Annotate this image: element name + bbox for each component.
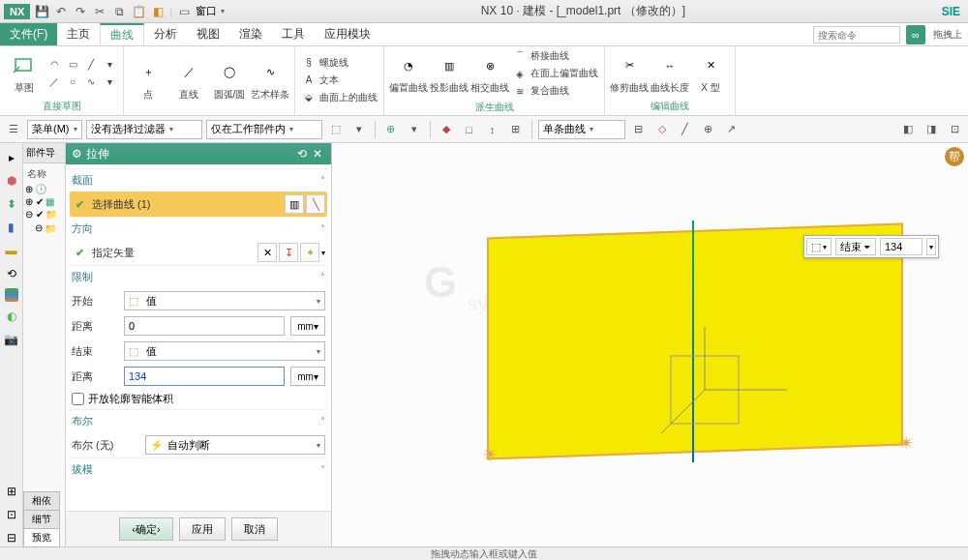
tb-icon-r2[interactable]: ◨ xyxy=(922,120,941,139)
dialog-reset-icon[interactable]: ⟲ xyxy=(294,146,310,162)
section-section[interactable]: 截面˄ xyxy=(70,168,327,192)
section-direction[interactable]: 方向˄ xyxy=(70,217,327,240)
float-icon-combo[interactable]: ⬚▾ xyxy=(806,238,832,255)
save-icon[interactable]: 💾 xyxy=(34,4,49,19)
sketch-section-icon[interactable]: ▥ xyxy=(285,194,304,214)
undo-icon[interactable]: ↶ xyxy=(53,4,69,19)
shape-arc-row[interactable]: ◠▭╱▾ xyxy=(46,57,117,73)
menu-home[interactable]: 主页 xyxy=(57,23,100,45)
open-profile-checkbox[interactable] xyxy=(72,393,84,405)
vtb-folder-icon[interactable]: ▬ xyxy=(3,242,20,259)
vtb-m3-icon[interactable]: ⊟ xyxy=(3,529,20,546)
unit-combo[interactable]: mm ▾ xyxy=(290,367,325,386)
trim-curve-button[interactable]: ✂修剪曲线 xyxy=(611,52,648,95)
spline-button[interactable]: ∿艺术样条 xyxy=(252,59,288,102)
copy-icon[interactable]: ⧉ xyxy=(111,4,127,19)
redo-icon[interactable]: ↷ xyxy=(73,4,88,19)
curve-on-surface-button[interactable]: ⬙曲面上的曲线 xyxy=(301,90,378,105)
menu-view[interactable]: 视图 xyxy=(187,23,229,45)
vtb-gauge-icon[interactable]: ◐ xyxy=(3,308,20,325)
tb-icon-3[interactable]: ⊕ xyxy=(381,120,401,139)
paste-icon[interactable]: 📋 xyxy=(131,4,146,19)
vector-infer-icon[interactable]: ✦ xyxy=(300,243,319,262)
tb-icon-7[interactable]: ↕ xyxy=(483,120,502,139)
section-boolean[interactable]: 布尔˄ xyxy=(70,409,327,432)
pn-history-row[interactable]: ⊕ 🕓 xyxy=(25,183,63,195)
tb-icon-2[interactable]: ▾ xyxy=(349,120,369,139)
vtb-tree-icon[interactable]: ⬍ xyxy=(3,195,20,213)
pn-model-row[interactable]: ⊖ 📁 xyxy=(25,221,63,236)
selection-scope-combo[interactable]: 仅在工作部件内▾ xyxy=(206,120,322,139)
tab-preview[interactable]: 预览 xyxy=(23,528,60,547)
handle-end-icon[interactable]: ✴ xyxy=(898,431,915,455)
bridge-curve-button[interactable]: ⌒桥接曲线 xyxy=(512,48,598,64)
dynamic-input-box[interactable]: ⬚▾ 结束 ⏷ ▾ xyxy=(803,235,939,258)
line-button[interactable]: ／直线 xyxy=(170,59,207,102)
selection-filter-combo[interactable]: 没有选择过滤器▾ xyxy=(86,120,202,139)
boolean-combo[interactable]: ⚡自动判断▾ xyxy=(145,435,325,455)
arc-button[interactable]: ◯圆弧/圆 xyxy=(211,59,248,102)
command-search-button[interactable]: ∞ xyxy=(906,25,925,44)
text-button[interactable]: A文本 xyxy=(301,73,378,88)
help-badge-icon[interactable]: 帮 xyxy=(945,147,964,166)
float-label-combo[interactable]: 结束 ⏷ xyxy=(835,238,876,255)
viewport[interactable]: 帮 G 网 system.com ✴ ✴ ⬚▾ 结束 ⏷ ▾ xyxy=(332,143,968,546)
tb-icon-12[interactable]: ⊕ xyxy=(699,120,718,139)
window-label[interactable]: 窗口 xyxy=(196,4,217,18)
end-type-combo[interactable]: ⬚值▾ xyxy=(124,341,325,361)
section-limit[interactable]: 限制˄ xyxy=(70,265,327,288)
handle-start-icon[interactable]: ✴ xyxy=(482,443,499,466)
sketch-button[interactable]: 草图 xyxy=(6,52,43,95)
float-drop[interactable]: ▾ xyxy=(926,238,936,255)
menu-analyze[interactable]: 分析 xyxy=(144,23,187,45)
offset-curve-button[interactable]: ◔偏置曲线 xyxy=(390,52,427,95)
apply-button[interactable]: 应用 xyxy=(179,517,226,541)
curve-length-button[interactable]: ↔曲线长度 xyxy=(651,52,688,95)
vtb-nav-icon[interactable]: ⬢ xyxy=(3,172,20,190)
float-value-input[interactable] xyxy=(880,238,923,255)
menu-appmodule[interactable]: 应用模块 xyxy=(315,23,380,45)
tb-icon-5[interactable]: ◆ xyxy=(437,120,456,139)
shape-line-row[interactable]: ／○∿▾ xyxy=(46,74,117,90)
select-curve-row[interactable]: ✔ 选择曲线 (1) ▥ ╲ xyxy=(70,192,327,217)
vtb-bookmark-icon[interactable]: ▮ xyxy=(3,219,20,236)
tb-icon-9[interactable]: ⊟ xyxy=(629,120,649,139)
section-draft[interactable]: 拔模˅ xyxy=(70,457,327,481)
menu-dropdown[interactable]: 菜单(M)▾ xyxy=(27,120,82,139)
vtb-cam-icon[interactable]: 📷 xyxy=(3,331,20,348)
composite-curve-button[interactable]: ≋复合曲线 xyxy=(512,83,598,99)
tb-icon-11[interactable]: ╱ xyxy=(676,120,695,139)
curve-rule-combo[interactable]: 单条曲线▾ xyxy=(538,120,625,139)
tb-icon-1[interactable]: ⬚ xyxy=(326,120,346,139)
curve-picker-icon[interactable]: ╲ xyxy=(306,194,325,214)
tb-icon-10[interactable]: ◇ xyxy=(652,120,672,139)
tb-icon-4[interactable]: ▾ xyxy=(405,120,424,139)
start-type-combo[interactable]: ⬚值▾ xyxy=(124,291,325,310)
unit-combo[interactable]: mm ▾ xyxy=(290,316,325,336)
menu-tool[interactable]: 工具 xyxy=(272,23,315,45)
menu-file[interactable]: 文件(F) xyxy=(0,23,57,45)
xform-button[interactable]: ✕X 型 xyxy=(692,52,729,95)
point-button[interactable]: ＋点 xyxy=(130,59,166,102)
vtb-layers-icon[interactable] xyxy=(5,288,18,302)
vtb-m1-icon[interactable]: ⊞ xyxy=(3,483,20,500)
vtb-m2-icon[interactable]: ⊡ xyxy=(3,506,20,523)
touch-icon[interactable]: ◧ xyxy=(150,4,166,19)
offset-on-face-button[interactable]: ◈在面上偏置曲线 xyxy=(512,66,598,81)
vector-reverse-icon[interactable]: ↧ xyxy=(279,243,298,262)
project-curve-button[interactable]: ▥投影曲线 xyxy=(431,52,468,95)
dialog-close-icon[interactable]: ✕ xyxy=(310,146,325,162)
vtb-history-icon[interactable]: ⟲ xyxy=(3,265,20,282)
intersect-curve-button[interactable]: ⊗相交曲线 xyxy=(471,52,508,95)
start-distance-input[interactable] xyxy=(124,316,285,336)
end-distance-input[interactable] xyxy=(124,367,285,386)
tb-icon-r1[interactable]: ◧ xyxy=(898,120,918,139)
cancel-button[interactable]: 取消 xyxy=(231,517,278,541)
vtb-arrow-icon[interactable]: ▸ xyxy=(3,149,20,166)
vector-xyz-icon[interactable]: ✕ xyxy=(257,243,277,262)
cut-icon[interactable]: ✂ xyxy=(92,4,107,19)
tab-dependency[interactable]: 相依 xyxy=(23,491,60,511)
specify-vector-row[interactable]: ✔ 指定矢量 ✕ ↧ ✦ ▾ xyxy=(70,240,327,265)
open-profile-check[interactable]: 开放轮廓智能体积 xyxy=(70,389,327,409)
window-icon[interactable]: ▭ xyxy=(176,4,192,19)
